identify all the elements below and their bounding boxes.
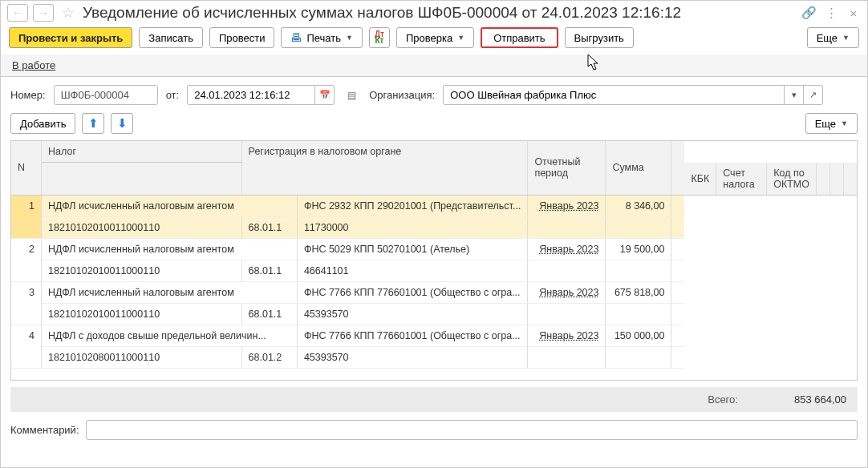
table-row[interactable]: 2НДФЛ исчисленный налоговым агентомФНС 5… [11,238,857,260]
cell-empty [606,346,671,368]
table-row-sub[interactable]: 1821010208001100011068.01.245393570 [11,346,857,368]
cell-oktmo: 11730000 [297,216,528,238]
org-label: Организация: [369,89,435,101]
cell-account: 68.01.1 [241,260,297,281]
move-up-button[interactable]: ⬆ [82,113,104,134]
date-input[interactable] [187,85,315,105]
dtkt-button[interactable]: ДтКт [369,27,390,48]
favorite-star-icon[interactable]: ☆ [62,4,75,22]
comment-label: Комментарий: [10,424,79,436]
calendar-icon[interactable]: 📅 [315,85,335,105]
print-icon: 🖶 [290,31,302,44]
dropdown-caret-icon[interactable]: ▾ [785,85,804,105]
cell-period[interactable]: Январь 2023 [528,281,606,303]
col-account[interactable]: Счет налога [716,163,767,196]
table-row[interactable]: 1НДФЛ исчисленный налоговым агентомФНС 2… [11,195,857,216]
titlebar: ← → ☆ Уведомление об исчисленных суммах … [1,1,867,24]
org-input[interactable] [443,85,785,105]
dropdown-caret-icon: ▼ [346,34,353,42]
cell-period[interactable]: Январь 2023 [528,238,606,260]
cell-n: 3 [11,281,42,325]
total-value: 853 664,00 [794,393,846,405]
col-tax[interactable]: Налог [42,141,242,163]
cell-kbk: 18210102010011000110 [42,303,242,325]
list-icon[interactable]: ▤ [347,90,356,101]
cell-empty [606,303,671,325]
cell-kbk: 18210102080011000110 [42,346,242,368]
cell-sum: 19 500,00 [606,238,671,260]
from-label: от: [166,89,180,101]
number-label: Номер: [10,89,46,101]
post-button[interactable]: Провести [209,27,275,48]
cell-empty [528,260,606,281]
table-row-sub[interactable]: 1821010201001100011068.01.145393570 [11,303,857,325]
open-icon[interactable]: ↗ [804,85,823,105]
cell-empty [606,260,671,281]
col-sum-sub [830,163,844,196]
cell-oktmo: 45393570 [297,346,528,368]
more-button[interactable]: Еще ▼ [807,27,859,48]
table-row[interactable]: 3НДФЛ исчисленный налоговым агентомФНС 7… [11,281,857,303]
cell-period[interactable]: Январь 2023 [528,325,606,346]
table-row-sub[interactable]: 1821010201001100011068.01.111730000 [11,216,857,238]
date-input-group: 📅 [187,85,335,105]
total-label: Всего: [708,393,738,405]
number-input[interactable] [54,85,158,105]
col-n[interactable]: N [11,141,42,195]
table-row[interactable]: 4НДФЛ с доходов свыше предельной величин… [11,325,857,346]
dropdown-caret-icon: ▼ [841,119,848,127]
more-button-label: Еще [817,32,838,44]
total-row: Всего: 853 664,00 [10,387,858,412]
table-toolbar: Добавить ⬆ ⬇ Еще ▼ [1,110,867,140]
col-oktmo[interactable]: Код по ОКТМО [767,163,817,196]
more-menu-icon[interactable]: ⋮ [824,6,838,20]
print-button-label: Печать [306,32,341,44]
check-button[interactable]: Проверка ▼ [396,27,474,48]
cell-account: 68.01.1 [241,303,297,325]
move-down-button[interactable]: ⬇ [111,113,133,134]
cell-n: 2 [11,238,42,281]
post-and-close-button[interactable]: Провести и закрыть [9,27,132,48]
nav-forward-button[interactable]: → [33,4,54,22]
cell-account: 68.01.1 [241,216,297,238]
window-title: Уведомление об исчисленных суммах налого… [83,4,797,22]
col-reg[interactable]: Регистрация в налоговом органе [241,141,528,195]
cell-kbk: 18210102010011000110 [42,260,242,281]
comment-input[interactable] [86,420,858,440]
cell-kbk: 18210102010011000110 [42,216,242,238]
arrow-down-icon: ⬇ [117,116,128,131]
table-more-button[interactable]: Еще ▼ [805,113,858,134]
col-period-sub [817,163,830,196]
comment-row: Комментарий: [1,412,867,448]
close-window-icon[interactable]: × [846,6,861,20]
cell-reg: ФНС 5029 КПП 502701001 (Ателье) [297,238,528,260]
arrow-up-icon: ⬆ [88,116,99,131]
link-icon[interactable]: 🔗 [801,6,816,20]
cell-sum: 8 346,00 [606,195,671,216]
table-row-sub[interactable]: 1821010201001100011068.01.146641101 [11,260,857,281]
write-button[interactable]: Записать [139,27,203,48]
print-button[interactable]: 🖶 Печать ▼ [281,27,363,48]
col-sum[interactable]: Сумма [606,141,671,195]
nav-back-button[interactable]: ← [7,4,28,22]
tax-grid[interactable]: N Налог Регистрация в налоговом органе О… [11,141,857,369]
cell-empty [528,303,606,325]
cell-tax: НДФЛ исчисленный налоговым агентом [42,238,298,260]
dtkt-icon: ДтКт [375,31,384,44]
table-more-label: Еще [815,118,836,130]
fields-row: Номер: от: 📅 ▤ Организация: ▾ ↗ [1,77,867,110]
status-link[interactable]: В работе [12,59,55,71]
add-row-button[interactable]: Добавить [10,113,75,134]
send-button[interactable]: Отправить [481,27,558,48]
cell-n: 4 [11,325,42,368]
dropdown-caret-icon: ▼ [842,34,850,42]
col-n-sub [42,163,242,196]
cell-tax: НДФЛ исчисленный налоговым агентом [42,281,298,303]
cell-n: 1 [11,195,42,238]
col-kbk[interactable]: КБК [684,163,716,196]
cell-tax: НДФЛ исчисленный налоговым агентом [42,195,298,216]
cell-period[interactable]: Январь 2023 [528,195,606,216]
upload-button[interactable]: Выгрузить [565,27,634,48]
col-period[interactable]: Отчетный период [528,141,606,195]
cell-empty [528,216,606,238]
